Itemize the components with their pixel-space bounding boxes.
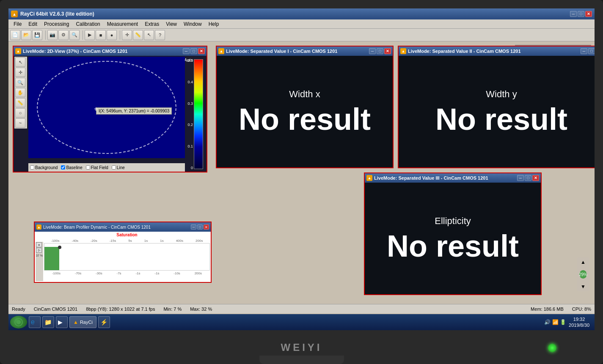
cursor-indicator: +: [94, 105, 98, 113]
app-icon: ▲: [11, 11, 18, 17]
pixel-value-tooltip: I(X: 5496um, Y: 2371um) = -0.009903: [96, 107, 172, 115]
flatfield-checkbox[interactable]: [86, 165, 90, 170]
profiler-btn-2[interactable]: ▷: [36, 248, 42, 253]
taskbar-matlab-icon[interactable]: ⚡: [98, 316, 110, 328]
livemode-2d-maximize[interactable]: □: [190, 48, 197, 54]
main-app-window: ▲ RayCi 64bit V2.6.3 (lite edition) ─ □ …: [8, 8, 595, 313]
line-checkbox[interactable]: [112, 165, 116, 170]
work-area: 我的盆 ？ 剩余空间: 411.0B 手室平 盎窒空 ♂ 管理 ♂回退 ▲ Li…: [8, 41, 595, 304]
profiler-left-panel: ≡ ▷ 37 %: [36, 242, 43, 281]
toolbar-save[interactable]: 💾: [32, 30, 42, 40]
sep-value-1-content: Width x No result: [217, 56, 393, 167]
background-checkbox[interactable]: [30, 165, 34, 170]
livemode-2d-minimize[interactable]: ─: [183, 48, 190, 54]
taskbar-media-icon[interactable]: ▶: [56, 316, 68, 328]
sep-value-1-window: ▲ LiveMode: Separated Value I - CinCam C…: [216, 46, 394, 168]
color-bar-labels: 0.5 0.4 0.3 0.2 0.1 0: [184, 58, 193, 170]
side-btn-pan[interactable]: ✋: [15, 88, 25, 97]
scroll-area-indicator: ▲ 29% ▼: [577, 257, 589, 291]
scroll-down-btn[interactable]: ▼: [581, 284, 586, 290]
profiler-btn-1[interactable]: ≡: [36, 242, 42, 247]
toolbar-crosshair[interactable]: ✛: [122, 30, 132, 40]
status-bitdepth: 8bpp (Y8): 1280 x 1022 at 7.1 fps: [86, 307, 155, 312]
toolbar-play[interactable]: ▶: [85, 30, 95, 40]
toolbar-new[interactable]: 📄: [10, 30, 20, 40]
livemode-2d-titlebar: ▲ LiveMode: 2D-View (37%) - CinCam CMOS …: [14, 47, 207, 56]
beam-profiler-window: ▲ LiveMode: Beam Profiler Dynamic - CinC…: [34, 222, 212, 283]
menu-measurement[interactable]: Measurement: [104, 20, 141, 28]
side-btn-profile[interactable]: ~: [15, 118, 25, 128]
sep-v1-minimize[interactable]: ─: [369, 48, 376, 54]
status-min: Min: 7 %: [163, 307, 182, 312]
menu-help[interactable]: Help: [205, 20, 223, 28]
clock-date: 2019/8/30: [569, 322, 589, 328]
side-btn-measure[interactable]: 📏: [15, 98, 25, 107]
menu-view[interactable]: View: [162, 20, 180, 28]
bp-close[interactable]: ✕: [204, 224, 209, 230]
sep-value-2-title: LiveMode: Separated Value II - CinCam CM…: [408, 49, 579, 54]
menu-edit[interactable]: Edit: [25, 20, 41, 28]
app-close-btn[interactable]: ✕: [585, 11, 592, 17]
sep-v3-close[interactable]: ✕: [532, 175, 539, 181]
color-label-5: 0: [184, 166, 193, 170]
sep-v2-minimize[interactable]: ─: [581, 48, 587, 54]
bp-maximize[interactable]: □: [197, 224, 203, 230]
sep-value-1-result: No result: [239, 104, 371, 134]
app-minimize-btn[interactable]: ─: [570, 11, 577, 17]
color-label-0: 0.5: [184, 58, 193, 63]
menu-processing[interactable]: Processing: [41, 20, 72, 28]
toolbar-cursor[interactable]: ↖: [144, 30, 154, 40]
sep-v1-maximize[interactable]: □: [377, 48, 383, 54]
rayci-icon: ▲: [73, 319, 78, 325]
toolbar-measure[interactable]: 📏: [133, 30, 143, 40]
status-ready: Ready: [12, 307, 25, 312]
color-label-3: 0.2: [184, 123, 193, 127]
sep-v3-maximize[interactable]: □: [525, 175, 531, 181]
scroll-up-btn[interactable]: ▲: [581, 259, 586, 265]
livemode-2d-close[interactable]: ✕: [198, 48, 205, 54]
sep-v3-minimize[interactable]: ─: [517, 175, 524, 181]
toolbar-stop[interactable]: ■: [96, 30, 106, 40]
taskbar-rayci-app[interactable]: ▲ RayCi: [69, 316, 96, 328]
side-btn-crosshair[interactable]: ✛: [15, 68, 25, 77]
side-btn-cursor[interactable]: ↖: [15, 57, 25, 67]
toolbar-record[interactable]: ●: [107, 30, 117, 40]
sep-v1-close[interactable]: ✕: [384, 48, 391, 54]
menu-file[interactable]: File: [10, 20, 25, 28]
menu-window[interactable]: Window: [180, 20, 205, 28]
menu-bar: File Edit Processing Calibration Measure…: [8, 19, 595, 29]
bp-minimize[interactable]: ─: [191, 224, 196, 230]
toolbar-help[interactable]: ?: [155, 30, 165, 40]
toolbar-settings[interactable]: ⚙: [58, 30, 69, 40]
histogram-signal-bar: [44, 247, 59, 270]
explorer-icon: 📁: [44, 319, 52, 326]
sep-value-2-result: No result: [435, 104, 567, 134]
rayci-taskbar-label: RayCi: [80, 320, 93, 325]
status-camera: CinCam CMOS 1201: [34, 307, 77, 312]
windows-logo-icon: [14, 318, 23, 326]
sep-value-3-result: No result: [387, 231, 519, 261]
baseline-checkbox[interactable]: [61, 165, 65, 170]
sep-value-3-window: ▲ LiveMode: Separated Value III - CinCam…: [364, 172, 542, 295]
beam-profiler-titlebar: ▲ LiveMode: Beam Profiler Dynamic - CinC…: [35, 222, 211, 232]
taskbar-explorer-icon[interactable]: 📁: [42, 316, 54, 328]
sep-value-1-titlebar: ▲ LiveMode: Separated Value I - CinCam C…: [217, 47, 393, 56]
menu-calibration[interactable]: Calibration: [72, 20, 103, 28]
side-btn-zoom[interactable]: 🔍: [15, 78, 25, 87]
profiler-bottom-axis: -100s -70s -30s -7s -1s -1s -10s 200s: [44, 271, 210, 276]
sep-v2-maximize[interactable]: □: [588, 48, 595, 54]
start-button[interactable]: [10, 316, 27, 328]
app-maximize-btn[interactable]: □: [578, 11, 584, 17]
side-btn-circle[interactable]: ○: [15, 108, 25, 118]
toolbar-open[interactable]: 📂: [21, 30, 31, 40]
livemode-2d-icon: ▲: [15, 48, 21, 54]
taskbar-ie-icon[interactable]: e: [29, 316, 41, 328]
sep-value-3-controls: ─ □ ✕: [517, 175, 539, 181]
menu-extras[interactable]: Extras: [141, 20, 162, 28]
toolbar-camera[interactable]: 📷: [47, 30, 58, 40]
toolbar-zoom-in[interactable]: 🔍: [69, 30, 80, 40]
color-label-4: 0.1: [184, 144, 193, 148]
app-title: RayCi 64bit V2.6.3 (lite edition): [20, 11, 94, 17]
background-check-label: Background: [30, 165, 58, 170]
sep-value-3-content: Ellipticity No result: [365, 183, 541, 294]
